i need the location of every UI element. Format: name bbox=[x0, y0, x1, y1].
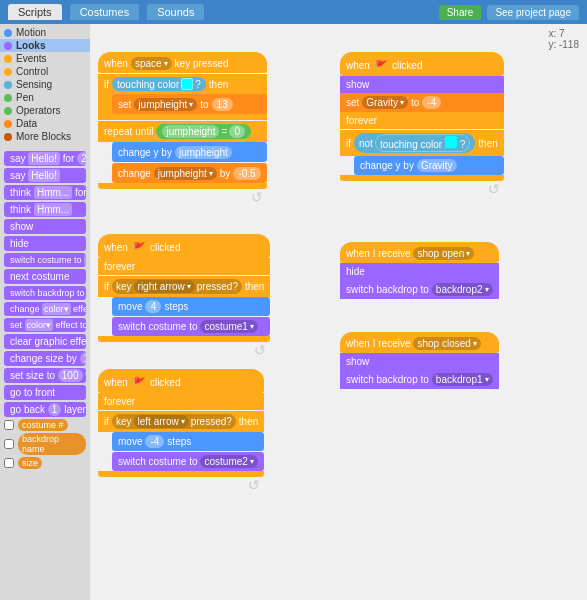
category-pen[interactable]: Pen bbox=[0, 91, 90, 104]
block-set-gravity[interactable]: set Gravity ▾ to -4 bbox=[340, 93, 504, 112]
group3-end-arrow: ↺ bbox=[98, 477, 264, 493]
category-control-label: Control bbox=[16, 66, 48, 77]
see-project-button[interactable]: See project page bbox=[487, 5, 579, 20]
share-button[interactable]: Share bbox=[439, 5, 482, 20]
sprite-x: x: 7 bbox=[548, 28, 579, 39]
script-group-3: when 🚩 clicked forever if key left arrow… bbox=[98, 369, 264, 493]
block-change-y-gravity[interactable]: change y by Gravity bbox=[354, 156, 504, 175]
if-inner-1: set jumpheight ▾ to 13 bbox=[112, 94, 267, 114]
group2-end-arrow: ↺ bbox=[98, 342, 270, 358]
block-if-not-touching[interactable]: if not touching color ? then change y by… bbox=[340, 130, 504, 181]
block-next-costume[interactable]: next costume bbox=[4, 269, 86, 284]
tab-costumes[interactable]: Costumes bbox=[70, 4, 140, 20]
right-arrow-inner: move 4 steps switch costume to costume1 … bbox=[112, 297, 270, 336]
block-think[interactable]: think Hmm... bbox=[4, 202, 86, 217]
block-receive-shop-open[interactable]: when I receive shop open ▾ bbox=[340, 242, 499, 263]
block-set-jumpheight[interactable]: set jumpheight ▾ to 13 bbox=[112, 94, 267, 114]
category-more-blocks[interactable]: More Blocks bbox=[0, 130, 90, 143]
var-backdrop-name: backdrop name bbox=[4, 433, 86, 455]
category-motion[interactable]: Motion bbox=[0, 26, 90, 39]
block-change-size[interactable]: change size by 10 bbox=[4, 351, 86, 366]
block-hide[interactable]: hide bbox=[4, 236, 86, 251]
var-size: size bbox=[4, 457, 86, 469]
block-repeat-until[interactable]: repeat until jumpheight = 0 change y by … bbox=[98, 121, 267, 189]
group1-end-arrow: ↺ bbox=[98, 189, 267, 205]
block-think-secs[interactable]: think Hmm... for 2 secs bbox=[4, 185, 86, 200]
block-switch-backdrop2[interactable]: switch backdrop to backdrop2 ▾ bbox=[340, 280, 499, 299]
var-costume-checkbox[interactable] bbox=[4, 420, 14, 430]
block-clear-effects[interactable]: clear graphic effects bbox=[4, 334, 86, 349]
script-group-6: when I receive shop closed ▾ show switch… bbox=[340, 332, 499, 389]
script-group-2: when 🚩 clicked forever if key right arro… bbox=[98, 234, 270, 358]
category-events[interactable]: Events bbox=[0, 52, 90, 65]
sprite-info: x: 7 y: -118 bbox=[548, 28, 579, 50]
block-show[interactable]: show bbox=[4, 219, 86, 234]
category-operators-label: Operators bbox=[16, 105, 60, 116]
block-change-color-effect[interactable]: change color▾ effect by 25 bbox=[4, 302, 86, 316]
script-area[interactable]: x: 7 y: -118 when space ▾ key pressed if… bbox=[90, 24, 587, 600]
block-forever-2[interactable]: forever bbox=[98, 258, 270, 275]
category-looks-label: Looks bbox=[16, 40, 45, 51]
sensing-dot bbox=[4, 81, 12, 89]
data-dot bbox=[4, 120, 12, 128]
block-switch-backdrop1[interactable]: switch backdrop to backdrop1 ▾ bbox=[340, 370, 499, 389]
block-when-clicked-2[interactable]: when 🚩 clicked bbox=[98, 234, 270, 258]
var-size-checkbox[interactable] bbox=[4, 458, 14, 468]
block-when-clicked-4[interactable]: when 🚩 clicked bbox=[340, 52, 504, 76]
gravity-inner: change y by Gravity bbox=[354, 156, 504, 175]
block-forever-4[interactable]: forever bbox=[340, 112, 504, 129]
top-bar: Scripts Costumes Sounds Share See projec… bbox=[0, 0, 587, 24]
block-set-size[interactable]: set size to 100 % bbox=[4, 368, 86, 383]
motion-dot bbox=[4, 29, 12, 37]
operators-dot bbox=[4, 107, 12, 115]
block-show-6[interactable]: show bbox=[340, 353, 499, 370]
var-backdrop-checkbox[interactable] bbox=[4, 439, 14, 449]
block-set-color-effect[interactable]: set color▾ effect to 0 bbox=[4, 318, 86, 332]
var-costume: costume # bbox=[4, 419, 86, 431]
block-move-4[interactable]: move 4 steps bbox=[112, 297, 270, 316]
block-receive-shop-closed[interactable]: when I receive shop closed ▾ bbox=[340, 332, 499, 353]
category-sensing-label: Sensing bbox=[16, 79, 52, 90]
repeat-inner: change y by jumpheight change jumpheight… bbox=[112, 142, 267, 183]
block-if-right-arrow[interactable]: if key right arrow ▾ pressed? then move … bbox=[98, 276, 270, 342]
block-when-clicked-3[interactable]: when 🚩 clicked bbox=[98, 369, 264, 393]
block-when-space[interactable]: when space ▾ key pressed bbox=[98, 52, 267, 73]
category-events-label: Events bbox=[16, 53, 47, 64]
block-say-secs[interactable]: say Hello! for 2 secs bbox=[4, 151, 86, 166]
block-switch-costume1[interactable]: switch costume to costume1 ▾ bbox=[112, 317, 270, 336]
block-go-front[interactable]: go to front bbox=[4, 385, 86, 400]
var-size-badge: size bbox=[18, 457, 42, 469]
category-looks[interactable]: Looks bbox=[0, 39, 90, 52]
var-costume-badge: costume # bbox=[18, 419, 68, 431]
looks-dot bbox=[4, 42, 12, 50]
block-forever-3[interactable]: forever bbox=[98, 393, 264, 410]
block-move-neg4[interactable]: move -4 steps bbox=[112, 432, 264, 451]
block-if-left-arrow[interactable]: if key left arrow ▾ pressed? then move -… bbox=[98, 411, 264, 477]
block-change-jumpheight[interactable]: change jumpheight ▾ by -0.5 bbox=[112, 163, 267, 183]
block-switch-costume2[interactable]: switch costume to costume2 ▾ bbox=[112, 452, 264, 471]
block-switch-backdrop[interactable]: switch backdrop to backdrop2▾ bbox=[4, 286, 86, 300]
block-if-touching[interactable]: if touching color ? then set jumpheight … bbox=[98, 74, 267, 120]
category-operators[interactable]: Operators bbox=[0, 104, 90, 117]
script-group-5: when I receive shop open ▾ hide switch b… bbox=[340, 242, 499, 299]
control-dot bbox=[4, 68, 12, 76]
block-show[interactable]: show bbox=[340, 76, 504, 93]
script-group-4: when 🚩 clicked show set Gravity ▾ to -4 … bbox=[340, 52, 504, 197]
category-sensing[interactable]: Sensing bbox=[0, 78, 90, 91]
block-hide-5[interactable]: hide bbox=[340, 263, 499, 280]
category-data-label: Data bbox=[16, 118, 37, 129]
block-switch-costume[interactable]: switch costume to costume2▾ bbox=[4, 253, 86, 267]
category-motion-label: Motion bbox=[16, 27, 46, 38]
pen-dot bbox=[4, 94, 12, 102]
categories-section: Motion Looks Events Control Sensing Pen bbox=[0, 24, 90, 145]
sprite-y: y: -118 bbox=[548, 39, 579, 50]
category-pen-label: Pen bbox=[16, 92, 34, 103]
block-go-back[interactable]: go back 1 layers bbox=[4, 402, 86, 417]
tab-sounds[interactable]: Sounds bbox=[147, 4, 204, 20]
block-change-y[interactable]: change y by jumpheight bbox=[112, 142, 267, 162]
category-control[interactable]: Control bbox=[0, 65, 90, 78]
sidebar: Motion Looks Events Control Sensing Pen bbox=[0, 24, 90, 600]
category-data[interactable]: Data bbox=[0, 117, 90, 130]
block-say[interactable]: say Hello! bbox=[4, 168, 86, 183]
tab-scripts[interactable]: Scripts bbox=[8, 4, 62, 20]
